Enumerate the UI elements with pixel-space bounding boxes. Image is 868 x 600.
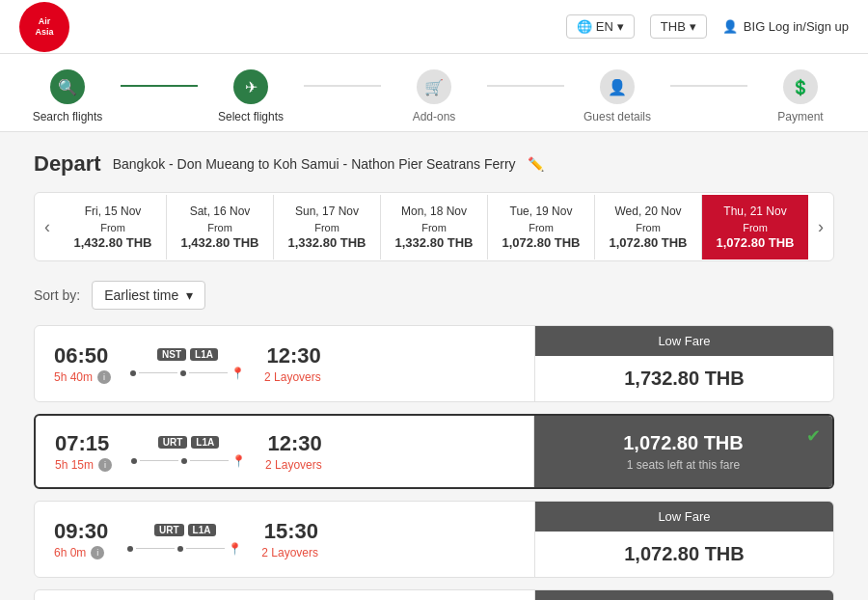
- layover-badges: URTL1A: [158, 436, 219, 449]
- connector-2: [304, 85, 381, 87]
- date-card-2[interactable]: Sun, 17 Nov From 1,332.80 THB: [274, 195, 381, 259]
- date-from: From: [714, 222, 797, 233]
- route-line-2: [186, 548, 225, 549]
- departure-time: 06:50: [54, 343, 111, 368]
- depart-title: Depart: [34, 151, 101, 177]
- date-card-3[interactable]: Mon, 18 Nov From 1,332.80 THB: [381, 195, 488, 259]
- fare-seats-left: 1 seats left at this fare: [627, 458, 740, 472]
- arrival-time: 12:30: [264, 343, 321, 368]
- login-button[interactable]: 👤 BIG Log in/Sign up: [722, 19, 849, 34]
- check-icon: ✔: [806, 425, 821, 447]
- route-line-2: [190, 460, 229, 461]
- route-line: [139, 372, 177, 373]
- arrival-time: 15:30: [261, 519, 318, 544]
- steps-nav: 🔍 Search flights ✈ Select flights 🛒 Add-…: [0, 54, 868, 132]
- date-from: From: [393, 222, 475, 233]
- flight-card-1[interactable]: 07:15 5h 15m i URTL1A 📍 → 12:30: [34, 414, 834, 489]
- date-price: 1,332.80 THB: [285, 235, 368, 250]
- step-search[interactable]: 🔍 Search flights: [14, 69, 121, 123]
- step-addons-label: Add-ons: [413, 110, 456, 123]
- date-next-button[interactable]: ›: [808, 193, 833, 260]
- fare-section: Low Fare 1,072.80 THB: [534, 502, 833, 577]
- connector-1: [121, 85, 198, 87]
- user-icon: 👤: [722, 19, 738, 34]
- date-day: Wed, 20 Nov: [607, 205, 690, 218]
- duration-info-icon[interactable]: i: [98, 458, 112, 472]
- departure-info: 06:50 5h 40m i: [54, 343, 111, 384]
- departure-info: 07:15 5h 15m i: [55, 431, 112, 472]
- date-day: Fri, 15 Nov: [71, 205, 154, 218]
- date-day: Sat, 16 Nov: [178, 205, 261, 218]
- step-select[interactable]: ✈ Select flights: [198, 69, 304, 123]
- route-arrow-section: NSTL1A 📍 →: [130, 348, 245, 380]
- flight-left: 10:20 29h 10m i NSTL1A 📍 → 15:30: [35, 590, 534, 600]
- flight-card-3[interactable]: 10:20 29h 10m i NSTL1A 📍 → 15:30: [34, 589, 834, 600]
- date-price: 1,072.80 THB: [607, 235, 690, 250]
- flight-left: 07:15 5h 15m i URTL1A 📍 → 12:30: [36, 416, 533, 487]
- route-dots-line: 📍: [130, 367, 245, 380]
- flight-card-0[interactable]: 06:50 5h 40m i NSTL1A 📍 → 12:30: [34, 325, 834, 402]
- arrival-info: 12:30 2 Layovers: [264, 343, 321, 384]
- route-badge: L1A: [190, 348, 218, 361]
- flight-left: 06:50 5h 40m i NSTL1A 📍 → 12:30: [35, 326, 534, 401]
- sort-selected-value: Earliest time: [104, 287, 178, 303]
- date-card-4[interactable]: Tue, 19 Nov From 1,072.80 THB: [488, 195, 595, 259]
- destination-pin-icon: 📍: [231, 367, 245, 380]
- language-selector[interactable]: 🌐 EN ▾: [566, 14, 635, 39]
- duration-info-icon[interactable]: i: [91, 546, 104, 559]
- logo: AirAsia: [19, 2, 69, 52]
- step-addons-circle: 🛒: [417, 69, 451, 104]
- arrival-time: 12:30: [265, 431, 322, 456]
- sort-dropdown[interactable]: Earliest time ▾: [92, 281, 205, 310]
- edit-route-icon[interactable]: ✏️: [528, 156, 544, 172]
- currency-selector[interactable]: THB ▾: [650, 14, 707, 39]
- fare-price: 1,732.80 THB: [624, 368, 745, 390]
- date-prev-button[interactable]: ‹: [35, 193, 60, 260]
- date-cards: Fri, 15 Nov From 1,432.80 THB Sat, 16 No…: [60, 195, 808, 259]
- flight-card-2[interactable]: 09:30 6h 0m i URTL1A 📍 → 15:30: [34, 501, 834, 578]
- route-badge: URT: [158, 436, 188, 449]
- date-day: Thu, 21 Nov: [714, 205, 797, 218]
- login-label: BIG Log in/Sign up: [744, 19, 849, 34]
- step-payment-circle: 💲: [783, 69, 818, 104]
- date-card-5[interactable]: Wed, 20 Nov From 1,072.80 THB: [595, 195, 702, 259]
- date-card-0[interactable]: Fri, 15 Nov From 1,432.80 THB: [60, 195, 167, 259]
- date-from: From: [500, 222, 583, 233]
- step-search-circle: 🔍: [50, 69, 85, 104]
- departure-info: 09:30 6h 0m i: [54, 519, 108, 559]
- dot-1: [127, 546, 133, 552]
- step-guest[interactable]: 👤 Guest details: [564, 69, 670, 123]
- step-addons[interactable]: 🛒 Add-ons: [381, 69, 487, 123]
- depart-header: Depart Bangkok - Don Mueang to Koh Samui…: [34, 151, 834, 177]
- selected-fare-body: ✔ 1,072.80 THB 1 seats left at this fare: [534, 416, 832, 487]
- dot-1: [131, 458, 137, 464]
- fare-body: 1,732.80 THB: [535, 356, 833, 401]
- destination-pin-icon: 📍: [228, 542, 242, 556]
- date-from: From: [178, 222, 261, 233]
- date-price: 1,432.80 THB: [71, 235, 154, 250]
- layover-badges: NSTL1A: [157, 348, 218, 361]
- fare-selected-price: 1,072.80 THB: [623, 432, 744, 454]
- currency-chevron-icon: ▾: [690, 19, 696, 34]
- date-from: From: [285, 222, 368, 233]
- duration-info-icon[interactable]: i: [97, 370, 111, 384]
- step-payment-label: Payment: [777, 110, 823, 123]
- date-from: From: [71, 222, 154, 233]
- route-line-2: [189, 372, 228, 373]
- route-dots-line: 📍: [127, 542, 242, 556]
- lang-chevron-icon: ▾: [617, 19, 624, 34]
- date-selector: ‹ Fri, 15 Nov From 1,432.80 THB Sat, 16 …: [34, 192, 834, 261]
- sort-row: Sort by: Earliest time ▾: [34, 281, 834, 310]
- step-payment[interactable]: 💲 Payment: [747, 69, 854, 123]
- destination-pin-icon: 📍: [231, 454, 246, 468]
- flight-left: 09:30 6h 0m i URTL1A 📍 → 15:30: [35, 502, 534, 577]
- fare-section: Low Fare 1,732.80 THB: [534, 326, 833, 401]
- date-card-6[interactable]: Thu, 21 Nov From 1,072.80 THB: [702, 195, 808, 259]
- main-content: Depart Bangkok - Don Mueang to Koh Samui…: [14, 132, 854, 600]
- sort-chevron-icon: ▾: [186, 287, 193, 303]
- date-price: 1,072.80 THB: [500, 235, 583, 250]
- route-badge: URT: [154, 524, 184, 536]
- header: AirAsia 🌐 EN ▾ THB ▾ 👤 BIG Log in/Sign u…: [0, 0, 868, 54]
- date-day: Sun, 17 Nov: [285, 205, 368, 218]
- date-card-1[interactable]: Sat, 16 Nov From 1,432.80 THB: [167, 195, 274, 259]
